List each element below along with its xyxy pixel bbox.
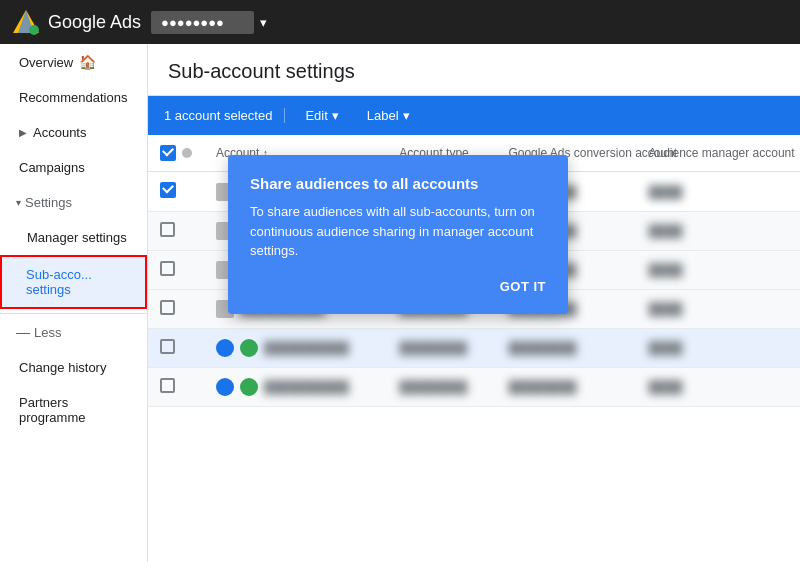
popup-box: Share audiences to all accounts To share… [228,155,568,314]
edit-button[interactable]: Edit ▾ [297,104,346,127]
row-account-cell: ██████████ [204,368,387,407]
status-dot-blue-icon [216,378,234,396]
status-indicator [182,148,192,158]
popup-title: Share audiences to all accounts [250,175,546,192]
main-content: Sub-account settings 1 account selected … [148,44,800,562]
row-type-cell: ████████ [387,329,496,368]
account-selector[interactable]: ●●●●●●●● ▾ [151,11,267,34]
label-label: Label [367,108,399,123]
page-header: Sub-account settings [148,44,800,96]
page-title: Sub-account settings [168,60,780,83]
app-title: Google Ads [48,12,141,33]
sidebar-settings-header[interactable]: ▾ Settings [0,185,147,220]
account-selector-text[interactable]: ●●●●●●●● [151,11,254,34]
table-row: ██████████ ████████ ████████ ████ [148,329,800,368]
row-checkbox[interactable] [160,261,175,276]
status-dot-green-icon [240,339,258,357]
row-checkbox[interactable] [160,222,175,237]
chevron-down-icon: ▾ [260,15,267,30]
manager-settings-label: Manager settings [27,230,127,245]
got-it-button[interactable]: GOT IT [500,275,546,298]
home-icon: 🏠 [79,54,96,70]
recommendations-label: Recommendations [19,90,127,105]
edit-chevron-icon: ▾ [332,108,339,123]
row-checkbox-cell[interactable] [148,212,204,251]
row-checkbox[interactable] [160,378,175,393]
edit-label: Edit [305,108,327,123]
account-name: ██████████ [264,341,349,355]
account-name: ██████████ [264,380,349,394]
table-area: Account ↑ Account type Google Ads conver… [148,135,800,407]
table-header-checkbox[interactable] [148,135,204,172]
logo-area: Google Ads [12,8,141,36]
row-audience-cell: ████ [637,290,801,329]
row-audience-cell: ████ [637,172,801,212]
top-bar: Google Ads ●●●●●●●● ▾ [0,0,800,44]
sidebar-item-manager-settings[interactable]: Manager settings [0,220,147,255]
minus-icon: — [16,324,30,340]
popup-action-area: GOT IT [250,275,546,298]
svg-point-2 [29,25,39,35]
sidebar-item-sub-account-settings[interactable]: Sub-acco... settings [0,255,147,309]
row-account-cell: ██████████ [204,329,387,368]
sidebar-item-partners[interactable]: Partners programme [0,385,147,435]
selected-count-label: 1 account selected [164,108,285,123]
select-all-checkbox[interactable] [160,145,176,161]
row-audience-cell: ████ [637,329,801,368]
row-conversion-cell: ████████ [496,368,636,407]
row-checkbox-cell[interactable] [148,368,204,407]
popup-body: To share audiences with all sub-accounts… [250,202,546,261]
less-label: Less [34,325,61,340]
accounts-label: Accounts [33,125,86,140]
toolbar: 1 account selected Edit ▾ Label ▾ [148,96,800,135]
label-chevron-icon: ▾ [403,108,410,123]
table-row: ██████████ ████████ ████████ ████ [148,368,800,407]
change-history-label: Change history [19,360,106,375]
row-checkbox-cell[interactable] [148,251,204,290]
accounts-expand-icon: ▶ [19,127,27,138]
row-conversion-cell: ████████ [496,329,636,368]
sub-account-settings-label: Sub-acco... settings [26,267,129,297]
sidebar-item-accounts[interactable]: ▶ Accounts [0,115,147,150]
label-button[interactable]: Label ▾ [359,104,418,127]
overview-label: Overview [19,55,73,70]
row-checkbox-cell[interactable] [148,329,204,368]
campaigns-label: Campaigns [19,160,85,175]
status-dot-green-icon [240,378,258,396]
sidebar-item-change-history[interactable]: Change history [0,350,147,385]
partners-label: Partners programme [19,395,131,425]
sidebar-item-campaigns[interactable]: Campaigns [0,150,147,185]
row-type-cell: ████████ [387,368,496,407]
sidebar-less-header[interactable]: — Less [0,313,147,350]
row-checkbox-cell[interactable] [148,172,204,212]
sidebar-item-recommendations[interactable]: Recommendations [0,80,147,115]
sidebar: Overview 🏠 Recommendations ▶ Accounts Ca… [0,44,148,562]
google-ads-logo-icon [12,8,40,36]
row-checkbox[interactable] [160,182,176,198]
popup-overlay: Share audiences to all accounts To share… [228,155,568,314]
main-layout: Overview 🏠 Recommendations ▶ Accounts Ca… [0,44,800,562]
row-checkbox[interactable] [160,339,175,354]
row-audience-cell: ████ [637,368,801,407]
status-dot-blue-icon [216,339,234,357]
settings-expand-icon: ▾ [16,197,21,208]
row-audience-cell: ████ [637,251,801,290]
settings-label: Settings [25,195,72,210]
row-checkbox-cell[interactable] [148,290,204,329]
table-header-audience-manager: Audience manager account [637,135,801,172]
row-audience-cell: ████ [637,212,801,251]
row-checkbox[interactable] [160,300,175,315]
sidebar-item-overview[interactable]: Overview 🏠 [0,44,147,80]
